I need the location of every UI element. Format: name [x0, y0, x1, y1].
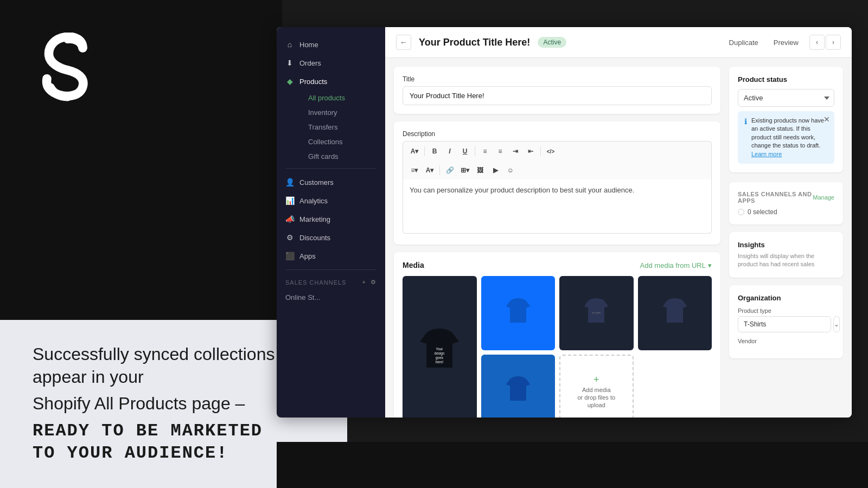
- media-card: Media Add media from URL ▾ Your de: [394, 252, 720, 418]
- preview-button[interactable]: Preview: [769, 36, 803, 49]
- media-item-4[interactable]: [638, 276, 712, 350]
- sidebar-item-analytics[interactable]: 📊 Analytics: [277, 191, 385, 210]
- font-btn[interactable]: A▾: [407, 144, 422, 158]
- info-text: Existing products now have an active sta…: [751, 117, 828, 158]
- right-column: Product status Active Draft ℹ Existing p…: [729, 67, 843, 418]
- topbar-left: ← Your Product Title Here! Active: [396, 35, 566, 50]
- status-select[interactable]: Active Draft: [738, 89, 834, 107]
- products-icon: ◆: [285, 77, 294, 86]
- code-btn[interactable]: </>: [544, 144, 558, 158]
- upload-text-3: upload: [588, 402, 605, 408]
- media-item-3[interactable]: your goals: [559, 276, 634, 350]
- product-type-label: Product type: [738, 307, 834, 314]
- product-status-card: Product status Active Draft ℹ Existing p…: [729, 67, 843, 172]
- settings-icon[interactable]: ⚙: [371, 279, 376, 286]
- video-btn[interactable]: ▶: [488, 163, 502, 177]
- sidebar-item-customers[interactable]: 👤 Customers: [277, 173, 385, 191]
- align-center-btn[interactable]: ≡: [493, 144, 507, 158]
- media-upload-placeholder[interactable]: + Add media or drop files to upload: [559, 355, 634, 418]
- nav-arrows: ‹ ›: [809, 35, 841, 50]
- brand-logo: [38, 33, 98, 103]
- text-align-btn[interactable]: ≡▾: [407, 163, 422, 177]
- learn-more-link[interactable]: Learn more: [751, 151, 782, 157]
- media-item-2[interactable]: [481, 276, 556, 350]
- sales-channels-icons: + ⚙: [362, 279, 376, 286]
- vendor-label: Vendor: [738, 338, 834, 344]
- chevron-down-icon: ▾: [708, 261, 712, 269]
- product-type-input[interactable]: [738, 316, 831, 332]
- back-button[interactable]: ←: [396, 35, 411, 50]
- organization-card: Organization Product type ⌄ Vendor: [729, 285, 843, 358]
- product-type-field: Product type ⌄: [738, 307, 834, 332]
- unordered-list-btn[interactable]: ≡: [478, 144, 492, 158]
- info-close-btn[interactable]: ✕: [824, 115, 830, 123]
- sidebar-item-marketing[interactable]: 📣 Marketing: [277, 210, 385, 228]
- toolbar-divider-3: [540, 146, 541, 156]
- text-color-btn[interactable]: A▾: [423, 163, 437, 177]
- sidebar: ⌂ Home ⬇ Orders ◆ Products All products …: [277, 27, 385, 418]
- sidebar-item-apps[interactable]: ⬛ Apps: [277, 247, 385, 265]
- sidebar-item-products[interactable]: ◆ Products: [277, 72, 385, 91]
- manage-btn[interactable]: Manage: [813, 194, 834, 201]
- svg-text:design: design: [435, 351, 445, 356]
- sidebar-item-orders[interactable]: ⬇ Orders: [277, 54, 385, 72]
- outdent-btn[interactable]: ⇤: [524, 144, 538, 158]
- logo-area: [38, 33, 98, 105]
- sidebar-sub-inventory[interactable]: Inventory: [299, 105, 385, 120]
- tshirt-svg-3: your goals: [583, 298, 610, 328]
- product-type-input-row: ⌄: [738, 316, 834, 332]
- sidebar-divider: [285, 168, 376, 169]
- sidebar-online-store[interactable]: Online St...: [277, 290, 385, 305]
- duplicate-button[interactable]: Duplicate: [725, 36, 763, 49]
- sidebar-sub-gift-cards[interactable]: Gift cards: [299, 149, 385, 164]
- tshirt-svg-5: [505, 376, 532, 406]
- image-btn[interactable]: 🖼: [473, 163, 487, 177]
- prev-arrow[interactable]: ‹: [809, 35, 825, 50]
- sales-channels-card-header: SALES CHANNELS AND APPS Manage: [738, 191, 834, 204]
- sidebar-item-label: Marketing: [299, 215, 330, 223]
- emoji-btn[interactable]: ☺: [503, 163, 518, 177]
- upload-text-2: or drop files to: [577, 394, 615, 401]
- plus-icon[interactable]: +: [362, 279, 366, 286]
- description-toolbar-row2: ≡▾ A▾ 🔗 ⊞▾ 🖼 ▶ ☺: [403, 161, 712, 179]
- media-item-5[interactable]: [481, 355, 556, 418]
- media-title: Media: [403, 261, 424, 269]
- italic-btn[interactable]: I: [443, 144, 457, 158]
- add-media-btn[interactable]: Add media from URL ▾: [640, 261, 712, 269]
- media-item-main[interactable]: Your design goes here!: [403, 276, 477, 418]
- sidebar-sub-all-products[interactable]: All products: [299, 91, 385, 105]
- shopify-panel: ⌂ Home ⬇ Orders ◆ Products All products …: [277, 27, 852, 418]
- svg-text:your goals: your goals: [592, 311, 601, 313]
- info-banner: ℹ Existing products now have an active s…: [738, 111, 834, 164]
- active-badge: Active: [538, 37, 566, 48]
- media-header: Media Add media from URL ▾: [403, 261, 712, 269]
- table-btn[interactable]: ⊞▾: [458, 163, 472, 177]
- product-type-btn[interactable]: ⌄: [833, 316, 840, 332]
- underline-btn[interactable]: U: [458, 144, 472, 158]
- insights-text: Insights will display when the product h…: [738, 252, 834, 269]
- sidebar-sub-collections[interactable]: Collections: [299, 134, 385, 149]
- main-content: ← Your Product Title Here! Active Duplic…: [385, 27, 852, 418]
- sales-channels-header: SALES CHANNELS + ⚙: [277, 274, 385, 290]
- sidebar-item-home[interactable]: ⌂ Home: [277, 35, 385, 54]
- organization-title: Organization: [738, 294, 834, 302]
- bold-btn[interactable]: B: [427, 144, 442, 158]
- info-icon: ℹ: [744, 117, 747, 126]
- toolbar-divider-2: [475, 146, 475, 156]
- content-area: Title Description A▾ B I U ≡ ≡: [385, 58, 852, 418]
- sales-channels-label: SALES CHANNELS: [285, 279, 346, 286]
- sidebar-item-label: Orders: [299, 59, 321, 67]
- insights-title: Insights: [738, 241, 834, 249]
- next-arrow[interactable]: ›: [826, 35, 841, 50]
- title-input[interactable]: [403, 86, 712, 105]
- sidebar-item-label: Customers: [299, 178, 334, 187]
- link-btn[interactable]: 🔗: [443, 163, 457, 177]
- sidebar-item-discounts[interactable]: ⚙ Discounts: [277, 228, 385, 247]
- indent-btn[interactable]: ⇥: [508, 144, 522, 158]
- orders-icon: ⬇: [285, 59, 294, 67]
- sidebar-sub-transfers[interactable]: Transfers: [299, 120, 385, 134]
- svg-text:here!: here!: [436, 360, 444, 364]
- description-label: Description: [403, 130, 712, 138]
- description-textarea[interactable]: [403, 179, 712, 234]
- sidebar-item-label: Analytics: [299, 197, 328, 205]
